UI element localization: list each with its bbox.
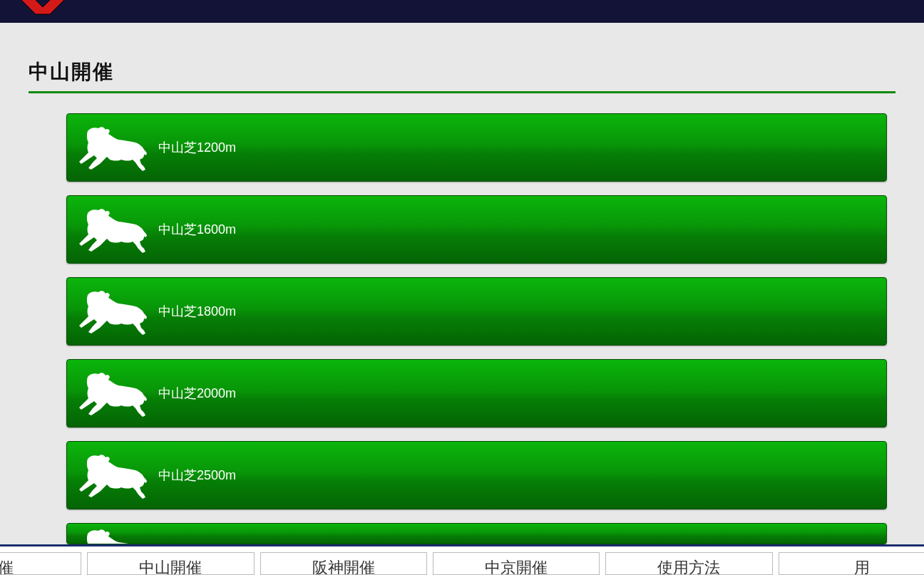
course-label: 中山芝1200m: [158, 139, 236, 156]
horse-icon: [77, 204, 154, 254]
horse-icon: [77, 286, 154, 336]
section-title: 中山開催: [29, 58, 895, 93]
course-item[interactable]: 中山芝1200m: [66, 113, 887, 182]
header-bar: [0, 0, 924, 23]
course-label: 中山芝2500m: [158, 467, 236, 484]
course-item[interactable]: 中山芝1600m: [66, 195, 887, 264]
tab-chukyo[interactable]: 中京開催: [433, 552, 600, 575]
bottom-nav-tabs: 開催 中山開催 阪神開催 中京開催 使用方法 用: [0, 544, 924, 575]
horse-icon: [77, 123, 154, 172]
course-list: 中山芝1200m 中山芝1600m 中山芝1800m 中山芝2000m 中山芝2: [29, 113, 895, 544]
tab-item[interactable]: 開催: [0, 552, 81, 575]
tab-nakayama[interactable]: 中山開催: [87, 552, 254, 575]
logo-icon: [14, 0, 75, 20]
course-label: 中山芝2000m: [158, 385, 236, 402]
course-item[interactable]: 中山芝1800m: [66, 277, 887, 346]
tab-usage[interactable]: 使用方法: [605, 552, 772, 575]
course-label: 中山芝1600m: [158, 221, 236, 238]
course-item[interactable]: [66, 523, 887, 544]
course-item[interactable]: 中山芝2000m: [66, 359, 887, 428]
horse-icon: [77, 525, 154, 544]
main-content: 中山開催 中山芝1200m 中山芝1600m 中山芝1800m 中山芝2000m: [0, 23, 924, 544]
course-item[interactable]: 中山芝2500m: [66, 441, 887, 509]
tab-hanshin[interactable]: 阪神開催: [260, 552, 427, 575]
horse-icon: [77, 368, 154, 418]
horse-icon: [77, 450, 154, 500]
tab-item[interactable]: 用: [779, 552, 924, 575]
course-label: 中山芝1800m: [158, 303, 236, 320]
